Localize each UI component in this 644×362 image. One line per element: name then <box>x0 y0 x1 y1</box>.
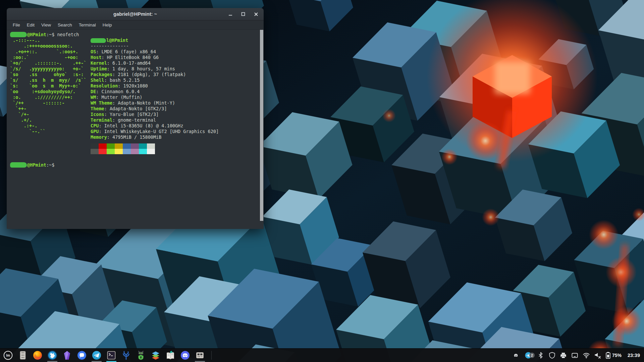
neofetch-info-row: WM: Mutter (Muffin) <box>91 95 219 100</box>
prompt-line: @HPmint:~$ neofetch <box>10 32 259 38</box>
prompt-symbol: $ <box>52 162 54 168</box>
info-value: LMDE 6 (faye) x86_64 <box>102 49 156 54</box>
terminal-color-palette <box>91 143 259 154</box>
mint-logo-icon: lm <box>3 350 13 360</box>
info-value: bash 5.2.15 <box>110 77 140 83</box>
printer-icon[interactable] <box>559 351 568 360</box>
info-value: 1 day, 8 hours, 57 mins <box>112 66 175 71</box>
menu-view[interactable]: View <box>38 21 54 28</box>
telegram-unread-badge: 2 <box>529 353 535 358</box>
info-value: HP EliteBook 840 G6 <box>107 55 159 60</box>
neofetch-output: .-:::---.. .:++++ooooosssoo:. .+o++::. `… <box>10 38 259 140</box>
coral-app-button[interactable] <box>121 349 131 362</box>
menu-help[interactable]: Help <box>99 21 115 28</box>
palette-swatch <box>123 149 131 154</box>
info-label: Packages <box>91 72 112 77</box>
neofetch-info-row: OS: LMDE 6 (faye) x86_64 <box>91 49 219 55</box>
censor-scribble <box>10 32 27 37</box>
obsidian-icon <box>62 350 72 360</box>
prompt-separator: : <box>46 32 49 37</box>
neofetch-info-row: Icons: Yaru-Blue [GTK2/3] <box>91 112 219 117</box>
neofetch-info-row: GPU: Intel WhiskeyLake-U GT2 [UHD Graphi… <box>91 129 219 134</box>
palette-swatch <box>139 149 147 154</box>
neofetch-info-row: WM Theme: Adapta-Nokto (Mint-Y) <box>91 100 219 106</box>
prompt-separator: : <box>46 162 49 168</box>
ebook-reader-button[interactable] <box>165 349 176 362</box>
info-value: Adapta-Nokto [GTK2/3] <box>110 106 167 111</box>
palette-swatch <box>131 143 139 149</box>
info-value: 2181 (dpkg), 37 (flatpak) <box>118 72 186 77</box>
info-value: gnome-terminal <box>118 117 156 123</box>
librewolf-icon <box>47 350 57 360</box>
minimize-icon <box>228 12 232 16</box>
neofetch-info-row: Uptime: 1 day, 8 hours, 57 mins <box>91 66 219 72</box>
scrollbar-thumb[interactable] <box>260 30 263 221</box>
mint-menu-button[interactable]: lm <box>3 349 13 362</box>
bluetooth-icon[interactable] <box>537 351 545 360</box>
menu-edit[interactable]: Edit <box>23 21 38 28</box>
neofetch-title-text: l@HPmint <box>106 38 128 43</box>
minimize-button[interactable] <box>228 12 233 16</box>
robot-lock-app-button[interactable] <box>136 349 146 362</box>
clock[interactable]: 23:39 <box>628 353 640 358</box>
terminal-content[interactable]: @HPmint:~$ neofetch .-:::---.. .:++++ooo… <box>7 30 264 229</box>
librewolf-button[interactable] <box>47 349 58 362</box>
palette-swatch <box>115 143 123 149</box>
layers-app-button[interactable] <box>150 349 161 362</box>
info-label: WM <box>91 95 96 100</box>
maximize-icon <box>241 12 245 16</box>
prompt-host: @HPmint <box>27 162 46 168</box>
info-label: Host <box>91 55 102 60</box>
terminal-button[interactable] <box>106 349 117 362</box>
discord-button[interactable] <box>180 349 191 362</box>
menu-terminal[interactable]: Terminal <box>75 21 99 28</box>
titlebar[interactable]: gabriel@HPmint: ~ <box>7 8 264 20</box>
close-icon <box>254 12 258 16</box>
firefox-button[interactable] <box>32 349 43 362</box>
telegram-icon <box>92 350 102 360</box>
telegram-button[interactable] <box>91 349 102 362</box>
info-label: GPU <box>91 129 99 134</box>
palette-swatch <box>107 149 115 154</box>
retro-console-icon <box>195 350 205 360</box>
info-label: DE <box>91 89 96 94</box>
maximize-button[interactable] <box>241 12 246 16</box>
discord-tray-icon[interactable] <box>512 351 520 360</box>
prompt-symbol: $ <box>52 32 57 37</box>
palette-swatch <box>139 143 147 149</box>
menu-search[interactable]: Search <box>54 21 75 28</box>
scrollbar[interactable] <box>260 30 264 229</box>
battery-applet[interactable]: 75% <box>605 352 622 359</box>
info-label: Theme <box>91 106 104 111</box>
palette-swatch <box>115 149 123 154</box>
info-label: CPU <box>91 123 99 128</box>
display-settings-icon[interactable] <box>571 351 579 360</box>
file-cabinet-app-button[interactable] <box>17 349 28 362</box>
obsidian-button[interactable] <box>62 349 72 362</box>
battery-icon <box>605 352 611 359</box>
info-label: Resolution <box>91 83 118 88</box>
retro-console-app-button[interactable] <box>195 349 205 362</box>
blue-coral-icon <box>121 350 131 360</box>
robot-lock-icon <box>136 350 146 360</box>
signal-button[interactable] <box>76 349 87 362</box>
neofetch-info-row: Kernel: 6.1.0-17-amd64 <box>91 60 219 66</box>
info-label: Shell <box>91 77 104 83</box>
close-button[interactable] <box>254 12 258 16</box>
volume-muted-icon[interactable] <box>594 351 602 360</box>
palette-swatch <box>99 149 107 154</box>
neofetch-info: l@HPmint -------------- OS: LMDE 6 (faye… <box>91 38 219 140</box>
wifi-icon[interactable] <box>582 351 590 360</box>
menu-file[interactable]: File <box>9 21 23 28</box>
censor-scribble <box>10 162 27 168</box>
discord-icon <box>180 350 190 360</box>
info-label: WM Theme <box>91 100 112 106</box>
system-tray: 2 <box>512 351 641 360</box>
shield-update-icon[interactable] <box>548 351 556 360</box>
telegram-tray-icon[interactable]: 2 <box>523 351 533 360</box>
palette-swatch <box>107 143 115 149</box>
terminal-icon <box>106 350 116 360</box>
palette-swatch <box>123 143 131 149</box>
info-label: Terminal <box>91 117 112 123</box>
file-cabinet-icon <box>18 350 28 360</box>
